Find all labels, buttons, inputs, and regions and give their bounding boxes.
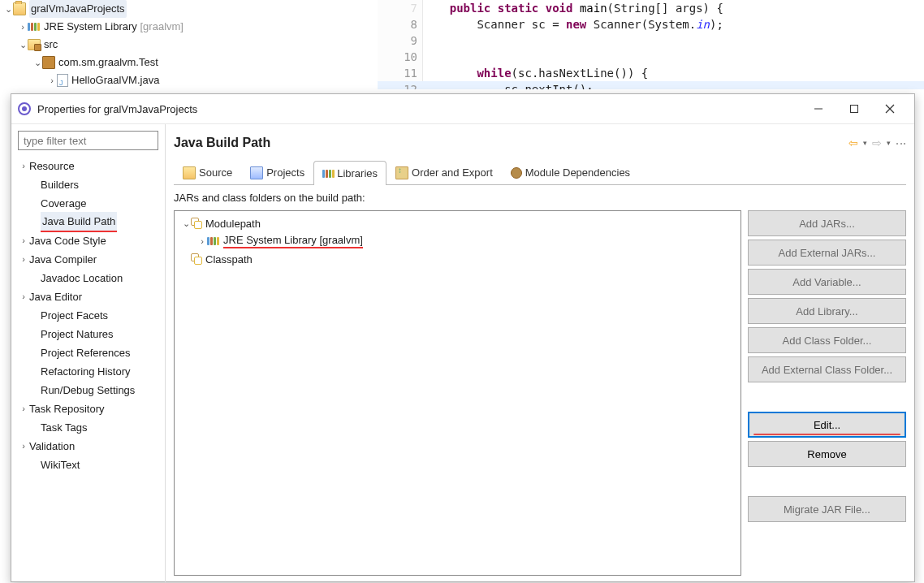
page-title: Java Build Path: [174, 136, 848, 150]
add-external-jars-button[interactable]: Add External JARs...: [748, 240, 906, 266]
category-item[interactable]: Builders: [18, 175, 158, 194]
category-item[interactable]: ›Java Compiler: [18, 250, 158, 269]
chevron-right-icon[interactable]: ›: [47, 71, 57, 89]
forward-icon[interactable]: ⇨: [872, 136, 882, 149]
category-label: Validation: [29, 437, 75, 456]
remove-button[interactable]: Remove: [748, 441, 906, 467]
modulepath-icon: [191, 218, 202, 229]
chevron-right-icon[interactable]: ›: [18, 231, 29, 250]
tree-row-classpath[interactable]: › Classpath: [178, 250, 737, 268]
package-explorer: ⌄ gralVmJavaProjects › JRE System Librar…: [0, 0, 378, 89]
code-line: [422, 32, 924, 49]
tab-projects[interactable]: Projects: [241, 160, 313, 184]
order-icon: [395, 166, 408, 179]
category-label: Resource: [29, 157, 75, 175]
code-line: public static void main(String[] args) {: [422, 0, 924, 16]
category-item[interactable]: Refactoring History: [18, 362, 158, 381]
chevron-right-icon[interactable]: ›: [18, 157, 29, 175]
minimize-button[interactable]: [801, 97, 836, 120]
tab-libraries[interactable]: Libraries: [313, 161, 386, 185]
tab-bar: Source Projects Libraries Order and Expo…: [174, 160, 906, 185]
forward-menu-icon[interactable]: ▾: [887, 139, 891, 147]
code-line: [422, 49, 924, 65]
tab-order-export[interactable]: Order and Export: [386, 160, 502, 184]
category-item[interactable]: ›Java Code Style: [18, 231, 158, 250]
chevron-right-icon[interactable]: ›: [18, 287, 29, 306]
chevron-down-icon[interactable]: ⌄: [181, 218, 191, 229]
add-jars-button[interactable]: Add JARs...: [748, 210, 906, 236]
category-item[interactable]: Java Build Path: [18, 213, 158, 231]
properties-dialog: Properties for gralVmJavaProjects ›Resou…: [11, 93, 915, 582]
tree-row-package[interactable]: ⌄ com.sm.graalvm.Test: [0, 54, 378, 71]
category-item[interactable]: Project References: [18, 343, 158, 362]
category-label: Coverage: [41, 194, 86, 213]
library-icon: [28, 23, 41, 31]
chevron-right-icon[interactable]: ›: [18, 399, 29, 418]
tree-row-modulepath[interactable]: ⌄ Modulepath: [178, 214, 737, 232]
category-label: Javadoc Location: [41, 269, 123, 287]
tree-row-src[interactable]: ⌄ src: [0, 36, 378, 54]
package-icon: [42, 56, 55, 69]
category-label: Refactoring History: [41, 362, 131, 381]
add-class-folder-button[interactable]: Add Class Folder...: [748, 327, 906, 353]
category-item[interactable]: Project Natures: [18, 325, 158, 343]
kebab-menu-icon[interactable]: ⋮: [895, 138, 908, 149]
category-label: Builders: [41, 175, 79, 194]
migrate-jar-button[interactable]: Migrate JAR File...: [748, 496, 906, 522]
code-line: Scanner sc = new Scanner(System.in);: [422, 16, 924, 32]
tab-source[interactable]: Source: [174, 160, 241, 184]
category-item[interactable]: Project Facets: [18, 306, 158, 325]
classpath-icon: [191, 253, 202, 265]
category-item[interactable]: WikiText: [18, 456, 158, 474]
chevron-right-icon[interactable]: ›: [197, 236, 207, 246]
button-column: Add JARs... Add External JARs... Add Var…: [748, 210, 906, 576]
category-item[interactable]: ›Resource: [18, 157, 158, 175]
tree-row-jre[interactable]: › JRE System Library [graalvm]: [0, 18, 378, 36]
chevron-down-icon[interactable]: ⌄: [3, 0, 13, 18]
back-icon[interactable]: ⇦: [848, 136, 858, 149]
maximize-button[interactable]: [836, 97, 872, 120]
category-item[interactable]: Task Tags: [18, 418, 158, 437]
java-file-icon: [57, 74, 68, 87]
module-icon: [511, 167, 522, 179]
close-button[interactable]: [872, 97, 908, 120]
tree-row-jre-lib[interactable]: › JRE System Library [graalvm]: [178, 232, 737, 250]
chevron-right-icon[interactable]: ›: [18, 437, 29, 456]
category-label: Java Code Style: [29, 231, 106, 250]
chevron-down-icon[interactable]: ⌄: [32, 54, 42, 71]
chevron-right-icon[interactable]: ›: [18, 18, 28, 36]
filter-input[interactable]: [18, 131, 158, 150]
category-item[interactable]: ›Validation: [18, 437, 158, 456]
add-external-class-folder-button[interactable]: Add External Class Folder...: [748, 356, 906, 382]
projects-icon: [250, 166, 263, 179]
add-variable-button[interactable]: Add Variable...: [748, 269, 906, 295]
category-item[interactable]: Run/Debug Settings: [18, 381, 158, 399]
code-line: while(sc.hasNextLine()) {: [422, 65, 924, 81]
back-menu-icon[interactable]: ▾: [863, 139, 867, 147]
jre-bracket: [graalvm]: [140, 18, 184, 36]
eclipse-icon: [18, 102, 31, 115]
edit-button[interactable]: Edit...: [748, 412, 906, 438]
library-icon: [322, 168, 334, 179]
tree-row-project[interactable]: ⌄ gralVmJavaProjects: [0, 0, 378, 18]
src-label: src: [44, 36, 58, 54]
chevron-right-icon[interactable]: ›: [18, 250, 29, 269]
source-folder-icon: [28, 39, 41, 50]
jre-lib-label: JRE System Library [graalvm]: [223, 234, 363, 248]
chevron-down-icon[interactable]: ⌄: [18, 36, 28, 54]
libraries-tree[interactable]: ⌄ Modulepath › JRE System Library [graal…: [174, 210, 741, 576]
java-file-label: HelloGraalVM.java: [71, 71, 159, 89]
editor-code[interactable]: public static void main(String[] args) {…: [422, 0, 924, 89]
category-item[interactable]: Coverage: [18, 194, 158, 213]
category-label: Project Facets: [41, 306, 108, 325]
tree-row-javafile[interactable]: › HelloGraalVM.java: [0, 71, 378, 89]
category-item[interactable]: Javadoc Location: [18, 269, 158, 287]
project-name: gralVmJavaProjects: [29, 0, 127, 18]
code-editor[interactable]: 7 8 9 10 11 12 public static void main(S…: [378, 0, 924, 89]
category-item[interactable]: ›Java Editor: [18, 287, 158, 306]
tab-module-deps[interactable]: Module Dependencies: [502, 160, 639, 184]
category-label: Java Compiler: [29, 250, 97, 269]
titlebar[interactable]: Properties for gralVmJavaProjects: [11, 94, 914, 124]
add-library-button[interactable]: Add Library...: [748, 298, 906, 324]
category-item[interactable]: ›Task Repository: [18, 399, 158, 418]
